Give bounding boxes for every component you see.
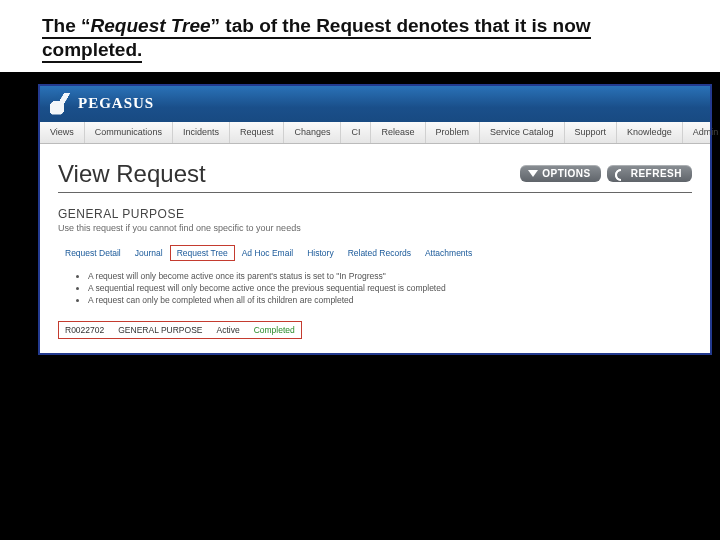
tab-history[interactable]: History: [300, 245, 340, 261]
menu-bar: Views Communications Incidents Request C…: [40, 122, 710, 144]
refresh-button[interactable]: REFRESH: [607, 165, 692, 182]
note-item: A request will only become active once i…: [88, 271, 692, 281]
slide-caption: The “Request Tree” tab of the Request de…: [0, 0, 720, 72]
request-row: R0022702 GENERAL PURPOSE Active Complete…: [58, 321, 302, 339]
section-subtitle: Use this request if you cannot find one …: [58, 223, 692, 233]
brand-bar: PEGASUS: [40, 86, 710, 122]
brand-logo: PEGASUS: [50, 93, 154, 115]
row-status: Completed: [254, 325, 295, 335]
page-buttons: OPTIONS REFRESH: [520, 165, 692, 182]
tab-journal[interactable]: Journal: [128, 245, 170, 261]
tab-adhoc-email[interactable]: Ad Hoc Email: [235, 245, 301, 261]
section-title: GENERAL PURPOSE: [58, 207, 692, 221]
menu-support[interactable]: Support: [565, 122, 618, 143]
row-state: Active: [216, 325, 239, 335]
tab-related-records[interactable]: Related Records: [341, 245, 418, 261]
menu-problem[interactable]: Problem: [426, 122, 481, 143]
menu-changes[interactable]: Changes: [284, 122, 341, 143]
wing-icon: [50, 93, 72, 115]
menu-ci[interactable]: CI: [341, 122, 371, 143]
caption-em: Request Tree: [91, 15, 211, 36]
note-item: A request can only be completed when all…: [88, 295, 692, 305]
options-label: OPTIONS: [542, 168, 591, 179]
page-header: View Request OPTIONS REFRESH: [58, 160, 692, 193]
tab-attachments[interactable]: Attachments: [418, 245, 479, 261]
menu-incidents[interactable]: Incidents: [173, 122, 230, 143]
page-body: View Request OPTIONS REFRESH GENERAL PUR…: [40, 144, 710, 353]
menu-release[interactable]: Release: [371, 122, 425, 143]
options-button[interactable]: OPTIONS: [520, 165, 601, 182]
row-type: GENERAL PURPOSE: [118, 325, 202, 335]
menu-request[interactable]: Request: [230, 122, 285, 143]
menu-knowledge[interactable]: Knowledge: [617, 122, 683, 143]
menu-communications[interactable]: Communications: [85, 122, 173, 143]
refresh-icon: [615, 169, 627, 179]
page-title: View Request: [58, 160, 206, 188]
tab-request-tree[interactable]: Request Tree: [170, 245, 235, 261]
app-frame: PEGASUS Views Communications Incidents R…: [38, 84, 712, 355]
menu-admin[interactable]: Admin: [683, 122, 720, 143]
chevron-down-icon: [528, 170, 538, 177]
menu-service-catalog[interactable]: Service Catalog: [480, 122, 565, 143]
notes-list: A request will only become active once i…: [88, 271, 692, 305]
note-item: A sequential request will only become ac…: [88, 283, 692, 293]
row-id: R0022702: [65, 325, 104, 335]
tabs: Request Detail Journal Request Tree Ad H…: [58, 245, 692, 261]
tab-request-detail[interactable]: Request Detail: [58, 245, 128, 261]
menu-views[interactable]: Views: [40, 122, 85, 143]
caption-pre: The “: [42, 15, 91, 36]
refresh-label: REFRESH: [631, 168, 682, 179]
brand-text: PEGASUS: [78, 95, 154, 112]
